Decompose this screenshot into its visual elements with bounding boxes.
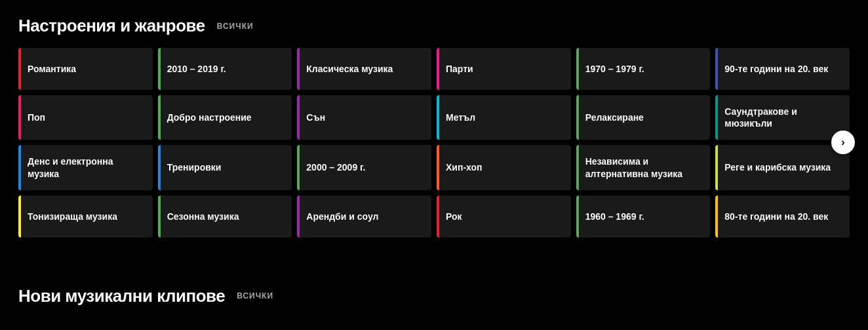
genre-card[interactable]: Рок (437, 196, 571, 237)
genre-card[interactable]: Саундтракове и мюзикъли (715, 95, 850, 140)
genre-card[interactable]: 1960 – 1969 г. (576, 196, 711, 237)
genre-card[interactable]: 2000 – 2009 г. (297, 145, 431, 190)
genre-card[interactable]: 2010 – 2019 г. (158, 48, 292, 90)
genre-card[interactable]: Денс и електронна музика (18, 145, 153, 190)
genre-card[interactable]: Независима и алтернативна музика (576, 145, 711, 190)
new-videos-all-link[interactable]: ВСИЧКИ (237, 291, 273, 300)
genre-card[interactable]: 90-те години на 20. век (715, 48, 850, 90)
genre-card[interactable]: Релаксиране (576, 95, 711, 140)
genre-card[interactable]: Сезонна музика (158, 196, 292, 237)
genre-card[interactable]: Поп (18, 95, 153, 140)
genre-card[interactable]: 80-те години на 20. век (715, 196, 850, 237)
new-videos-header: Нови музикални клипове ВСИЧКИ (18, 286, 850, 306)
genre-card[interactable]: 1970 – 1979 г. (576, 48, 711, 90)
section-divider (0, 251, 868, 270)
next-button[interactable]: › (831, 131, 855, 154)
moods-header: Настроения и жанрове ВСИЧКИ (18, 16, 850, 36)
genre-grid-wrapper: Романтика2010 – 2019 г.Класическа музика… (18, 48, 850, 237)
genre-card[interactable]: Хип-хоп (437, 145, 571, 190)
genre-card[interactable]: Арендби и соул (297, 196, 431, 237)
genre-card[interactable]: Романтика (18, 48, 153, 90)
moods-section: Настроения и жанрове ВСИЧКИ Романтика201… (0, 0, 868, 251)
genre-card[interactable]: Добро настроение (158, 95, 292, 140)
genre-card[interactable]: Парти (437, 48, 571, 90)
new-videos-section: Нови музикални клипове ВСИЧКИ (0, 270, 868, 306)
genre-card[interactable]: Сън (297, 95, 431, 140)
genre-card[interactable]: Тонизираща музика (18, 196, 153, 237)
genre-card[interactable]: Класическа музика (297, 48, 431, 90)
moods-all-link[interactable]: ВСИЧКИ (217, 22, 254, 31)
new-videos-title: Нови музикални клипове (18, 286, 225, 306)
genre-grid: Романтика2010 – 2019 г.Класическа музика… (18, 48, 850, 237)
genre-card[interactable]: Метъл (437, 95, 571, 140)
genre-card[interactable]: Тренировки (158, 145, 292, 190)
moods-title: Настроения и жанрове (18, 16, 205, 36)
genre-card[interactable]: Реге и карибска музика (715, 145, 850, 190)
